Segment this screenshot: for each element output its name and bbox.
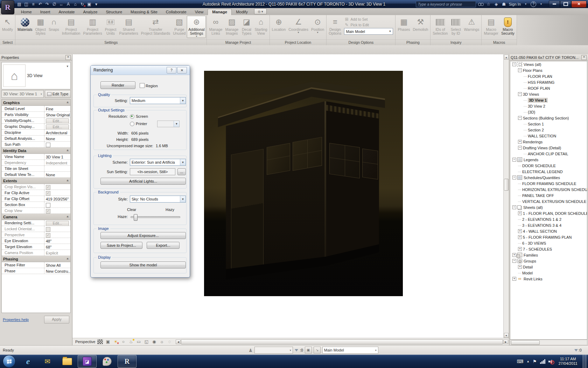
tree-item-vertical-extrusion-schedule[interactable]: VERTICAL EXTRUSION SCHEDULE xyxy=(510,198,587,204)
undo-icon[interactable]: ↶ xyxy=(37,1,43,7)
tree-item-model[interactable]: Model xyxy=(510,270,587,276)
tree-item-horizontal-extrusion-schedule[interactable]: HORIZONTAL EXTRUSION SCHEDULE xyxy=(510,186,587,192)
properties-help-link[interactable]: Properties help xyxy=(3,318,29,322)
crop-region-icon[interactable]: ▭ xyxy=(136,339,141,345)
section-header-extents[interactable]: Extents« xyxy=(2,178,70,184)
collapse-icon[interactable]: − xyxy=(518,68,522,72)
dialog-help-icon[interactable]: ? xyxy=(167,67,176,74)
collapse-chevron-icon[interactable]: « xyxy=(66,150,70,152)
vertical-scroll-thumb[interactable] xyxy=(504,179,509,191)
collapse-icon[interactable]: − xyxy=(518,116,522,120)
tab-annotate[interactable]: Annotate xyxy=(54,9,79,15)
tab-analyze[interactable]: Analyze xyxy=(79,9,102,15)
communication-center-icon[interactable]: ◈ xyxy=(493,2,499,7)
tree-item-panel-take-off[interactable]: PANEL TAKE OFF xyxy=(510,192,587,198)
property-value[interactable]: None xyxy=(44,136,70,141)
tree-item-1-floor-plan-door-schedule[interactable]: +1 - FLOOR PLAN, DOOR SCHEDULE xyxy=(510,210,587,216)
quality-setting-combobox[interactable]: Medium ▼ xyxy=(130,97,186,104)
search-icon[interactable] xyxy=(478,2,484,6)
network-icon[interactable] xyxy=(540,359,545,364)
show-crop-icon[interactable]: ◱ xyxy=(144,339,149,345)
section-header-camera[interactable]: Camera« xyxy=(2,214,70,220)
shadows-icon[interactable]: ○ xyxy=(120,339,126,345)
tree-item-section-2[interactable]: Section 2 xyxy=(510,127,587,133)
text-icon[interactable]: A xyxy=(65,1,71,7)
properties-close-icon[interactable]: ✕ xyxy=(65,55,71,60)
edit-type-button[interactable]: Edit Type xyxy=(45,90,71,98)
macro-security-button[interactable]: !MacroSecurity xyxy=(500,16,516,36)
collapse-chevron-icon[interactable]: « xyxy=(66,180,70,182)
property-text-value[interactable]: Show Original xyxy=(46,113,70,117)
apply-button[interactable]: Apply xyxy=(44,316,69,323)
property-value[interactable]: 68" xyxy=(44,244,70,250)
property-text-value[interactable]: Independent xyxy=(46,161,67,165)
show-desktop-button[interactable] xyxy=(583,355,587,368)
collapse-chevron-icon[interactable]: « xyxy=(66,216,70,218)
navigation-wheel-icon[interactable]: ◎ ▾ xyxy=(254,8,267,14)
tree-item-7-schedules[interactable]: +7 - SCHEDULES xyxy=(510,246,587,252)
sun-setting-field[interactable]: <In-session, Still> xyxy=(130,168,175,175)
artificial-lights-button[interactable]: Artificial Lights... xyxy=(100,178,186,185)
selection-filter[interactable]: :0 xyxy=(574,348,582,352)
property-value[interactable]: ✓ xyxy=(44,184,70,190)
tray-expand-icon[interactable]: ▲ xyxy=(526,360,530,363)
lock-view-icon[interactable]: ◉ xyxy=(151,339,157,345)
active-design-option-combobox[interactable]: Main Model▼ xyxy=(344,28,393,35)
save-to-project-button[interactable]: Save to Project... xyxy=(100,242,142,249)
tree-item-legends[interactable]: −Legends xyxy=(510,157,587,163)
paint-icon[interactable] xyxy=(98,355,116,367)
property-value[interactable] xyxy=(44,142,70,147)
tree-item-families[interactable]: +Families xyxy=(510,252,587,258)
additional-settings-button[interactable]: ⊛AdditionalSettings ▾ xyxy=(187,16,206,38)
internet-explorer-icon[interactable]: e xyxy=(19,355,37,367)
materials-button[interactable]: Materials xyxy=(16,16,34,32)
tree-item-renderings[interactable]: +Renderings xyxy=(510,139,587,145)
expand-icon[interactable]: + xyxy=(518,265,522,269)
tab-collaborate[interactable]: Collaborate xyxy=(162,9,191,15)
tree-item-section-1[interactable]: Section 1 xyxy=(510,121,587,127)
horizontal-scrollbar[interactable]: ◀ ▶ xyxy=(176,339,508,344)
press-drag-toggle[interactable]: ▣ xyxy=(305,347,312,354)
collapse-icon[interactable]: − xyxy=(512,259,516,263)
printer-radio[interactable] xyxy=(130,122,134,126)
expand-icon[interactable]: + xyxy=(518,211,522,215)
close-button[interactable]: ✕ xyxy=(571,1,587,8)
adjust-exposure-button[interactable]: Adjust Exposure... xyxy=(100,232,186,239)
explorer-icon[interactable] xyxy=(58,355,76,367)
favorites-star-icon[interactable]: ☆ xyxy=(486,2,491,7)
property-checkbox[interactable] xyxy=(46,203,50,207)
section-header-phasing[interactable]: Phasing« xyxy=(2,256,70,262)
collapse-chevron-icon[interactable]: « xyxy=(66,258,70,260)
property-value[interactable]: 419 203/256" xyxy=(44,196,70,202)
application-menu-button[interactable]: R xyxy=(1,0,14,14)
tree-item-floor-plans[interactable]: −Floor Plans xyxy=(510,67,587,73)
tab-home[interactable]: Home xyxy=(17,9,36,15)
language-keyboard-icon[interactable]: ⌨ xyxy=(517,359,523,364)
print-icon[interactable]: ≡ xyxy=(30,1,36,7)
scroll-down-icon[interactable]: ▼ xyxy=(504,333,509,338)
rendering-dialog-title-bar[interactable]: Rendering ? ✕ xyxy=(91,66,190,75)
property-value[interactable]: Edit... xyxy=(44,118,70,123)
screen-radio[interactable] xyxy=(130,114,134,119)
start-button[interactable] xyxy=(3,355,15,368)
tree-item-5-floor-framing-plan[interactable]: +5 - FLOOR FRAMING PLAN xyxy=(510,234,587,240)
collapse-chevron-icon[interactable]: « xyxy=(66,102,70,104)
save-icon[interactable]: ◫ xyxy=(23,1,29,7)
temporary-hide-icon[interactable]: ◌ xyxy=(167,339,172,345)
tab-manage[interactable]: Manage xyxy=(208,9,232,15)
tree-item-revit-links[interactable]: +∞Revit Links xyxy=(510,276,587,282)
volume-muted-icon[interactable] xyxy=(548,359,553,364)
tab-insert[interactable]: Insert xyxy=(36,9,55,15)
photo-viewer-icon[interactable]: ◪ xyxy=(78,355,97,368)
type-selector[interactable]: ⌂ 3D View ▾ xyxy=(1,62,71,89)
minimize-button[interactable] xyxy=(549,1,560,8)
browser-horizontal-scrollbar[interactable] xyxy=(510,340,587,345)
export-button[interactable]: Export... xyxy=(147,242,180,249)
tab-modify[interactable]: Modify xyxy=(232,9,252,15)
property-value[interactable]: Show All xyxy=(44,262,70,268)
tree-item-sections-building-section[interactable]: −Sections (Building Section) xyxy=(510,115,587,121)
customize-qat-icon[interactable]: ▾ xyxy=(93,1,99,7)
tree-item-3d-view-2[interactable]: 3D View 2 xyxy=(510,103,587,109)
outlook-icon[interactable]: ✉ xyxy=(38,355,57,367)
open-icon[interactable]: ▤ xyxy=(16,1,22,7)
